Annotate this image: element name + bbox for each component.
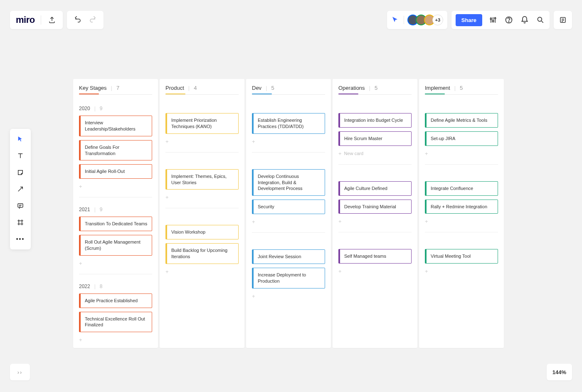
add-card-button[interactable]: + — [252, 218, 325, 228]
add-card-button[interactable]: + — [165, 268, 239, 278]
zoom-level[interactable]: 144% — [547, 364, 572, 380]
kanban-card[interactable]: Establish Engineering Practices (TDD/ATD… — [252, 113, 325, 134]
expand-icon[interactable]: ›› — [10, 364, 30, 380]
kanban-card[interactable]: Vision Workshop — [165, 225, 239, 239]
export-icon[interactable] — [47, 15, 57, 25]
kanban-card[interactable]: Initial Agile Roll-Out — [79, 164, 152, 179]
kanban-column: Key Stages | 7 2020|9Interview Leadershi… — [73, 79, 158, 348]
kanban-column: Operations | 5 Integration into Budget C… — [333, 79, 417, 348]
toolbar: ••• — [10, 129, 31, 249]
kanban-card[interactable]: Joint Review Session — [252, 249, 325, 264]
svg-point-0 — [490, 18, 491, 20]
bell-icon[interactable] — [520, 15, 530, 25]
share-button[interactable]: Share — [456, 14, 482, 26]
add-card-button[interactable]: + — [425, 267, 498, 278]
kanban-card[interactable]: Develop Continuous Integration, Build & … — [252, 169, 325, 196]
kanban-card[interactable]: Agile Culture Defined — [338, 181, 412, 196]
kanban-card[interactable]: Integrate Confluence — [425, 181, 498, 196]
column-title[interactable]: Operations — [338, 85, 365, 91]
add-card-button[interactable]: + — [338, 267, 412, 278]
plus-icon: + — [252, 138, 255, 145]
avatar-more[interactable]: +3 — [432, 15, 443, 25]
add-card-button[interactable]: +New card — [338, 150, 412, 160]
section-count: 9 — [100, 106, 103, 111]
add-card-button[interactable]: + — [425, 217, 498, 228]
kanban-card[interactable]: Security — [252, 200, 325, 214]
add-card-button[interactable]: + — [252, 138, 325, 148]
section-year: 2020 — [79, 106, 90, 111]
plus-icon: + — [79, 337, 82, 343]
settings-icon[interactable] — [488, 15, 498, 25]
swimlane-section: Establish Engineering Practices (TDD/ATD… — [246, 99, 331, 150]
column-title[interactable]: Implement — [425, 85, 450, 91]
add-card-button[interactable]: + — [79, 182, 152, 193]
kanban-card[interactable]: Rally + Redmine Integration — [425, 200, 498, 214]
swimlane-section: Develop Continuous Integration, Build & … — [246, 155, 331, 230]
swimlane-section: 2021|9Transition To Dedicated TeamsRoll … — [73, 200, 158, 271]
column-count: 7 — [116, 85, 119, 91]
swimlane-section: 2020|9Interview Leadership/StakeholdersD… — [73, 99, 158, 195]
kanban-card[interactable]: Integration into Budget Cycle — [338, 113, 412, 128]
column-count: 5 — [460, 85, 463, 91]
swimlane-section: Self Managed teams+ — [333, 235, 417, 279]
column-count: 5 — [375, 85, 377, 91]
text-tool[interactable] — [13, 149, 27, 163]
swimlane-section: Joint Review SessionIncrease Deployment … — [246, 235, 331, 304]
kanban-card[interactable]: Implement: Themes, Epics, User Stories — [165, 169, 239, 190]
kanban-card[interactable]: Virtual Meeting Tool — [425, 249, 498, 264]
kanban-card[interactable]: Implement Priorization Techniques (KANO) — [165, 113, 239, 134]
kanban-card[interactable]: Build Backlog for Upcoming Iterations — [165, 243, 239, 264]
panel-toggle[interactable] — [554, 11, 572, 29]
app-logo[interactable]: miro — [16, 15, 35, 25]
column-title[interactable]: Key Stages — [79, 85, 107, 91]
kanban-card[interactable]: Develop Training Material — [338, 200, 412, 214]
add-card-button[interactable]: + — [338, 217, 412, 228]
add-card-button[interactable]: + — [425, 150, 498, 160]
sticky-note-tool[interactable] — [13, 165, 27, 180]
svg-point-2 — [494, 17, 496, 19]
redo-icon[interactable] — [88, 15, 98, 25]
column-title[interactable]: Product — [165, 85, 184, 91]
plus-icon: + — [252, 219, 255, 225]
column-count: 5 — [271, 85, 274, 91]
select-tool[interactable] — [13, 132, 27, 146]
kanban-card[interactable]: Set-up JIRA — [425, 131, 498, 146]
add-card-button[interactable]: + — [165, 193, 239, 204]
add-card-button[interactable]: + — [252, 292, 325, 303]
kanban-board[interactable]: Key Stages | 7 2020|9Interview Leadershi… — [73, 79, 504, 348]
add-card-button[interactable]: + — [79, 336, 152, 346]
comment-tool[interactable] — [13, 199, 27, 213]
kanban-card[interactable]: Define Goals For Transformation — [79, 140, 152, 161]
plus-icon: + — [79, 183, 82, 190]
svg-point-1 — [492, 20, 493, 22]
column-title[interactable]: Dev — [252, 85, 261, 91]
plus-icon: + — [252, 293, 255, 299]
top-actions: Share — [451, 11, 550, 29]
cursor-icon[interactable] — [391, 16, 399, 24]
undo-icon[interactable] — [73, 15, 83, 25]
kanban-card[interactable]: Define Agile Metrics & Tools — [425, 113, 498, 128]
logo-container: miro — [10, 11, 63, 29]
collaborators: +3 — [387, 11, 447, 29]
arrow-tool[interactable] — [13, 182, 27, 196]
kanban-card[interactable]: Agile Practice Established — [79, 293, 152, 308]
frame-tool[interactable] — [13, 215, 27, 229]
kanban-card[interactable]: Increase Deployment to Production — [252, 268, 325, 288]
more-tools[interactable]: ••• — [13, 232, 27, 246]
swimlane-section: Integrate ConfluenceRally + Redmine Inte… — [419, 167, 504, 230]
plus-icon: + — [338, 218, 342, 224]
kanban-card[interactable]: Self Managed teams — [338, 249, 412, 264]
kanban-card[interactable]: Interview Leadership/Stakeholders — [79, 116, 152, 136]
add-card-button[interactable]: + — [79, 259, 152, 270]
kanban-card[interactable]: Technical Excellence Roll Out Finalized — [79, 312, 152, 333]
help-icon[interactable] — [504, 15, 514, 25]
kanban-card[interactable]: Hire Scrum Master — [338, 131, 412, 146]
kanban-card[interactable]: Roll Out Agile Management (Scrum) — [79, 235, 152, 256]
swimlane-section: Implement: Themes, Epics, User Stories+ — [160, 155, 244, 206]
plus-icon: + — [338, 150, 342, 157]
swimlane-section: Virtual Meeting Tool+ — [419, 235, 504, 279]
kanban-card[interactable]: Transition To Dedicated Teams — [79, 217, 152, 231]
search-icon[interactable] — [535, 15, 545, 25]
plus-icon: + — [425, 150, 428, 157]
add-card-button[interactable]: + — [165, 138, 239, 148]
